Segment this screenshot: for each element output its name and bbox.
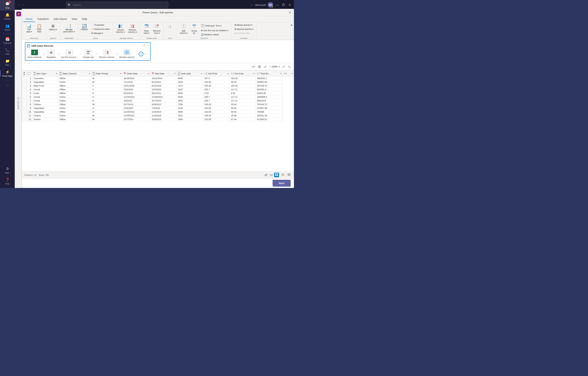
manage-parameters-button[interactable]: 📑 Manageparameters ▾	[62, 23, 76, 34]
sort-button[interactable]: ↑ ↓ A Z	[165, 23, 175, 31]
zoom-in-button[interactable]: +	[278, 65, 280, 69]
sidebar-item-calendar[interactable]: 📅 Calendar	[0, 35, 15, 46]
pq-close-button[interactable]: ✕	[287, 10, 292, 15]
close-button[interactable]: ✕	[288, 2, 292, 7]
replace-values-button[interactable]: 🔄 Replace values	[200, 33, 230, 36]
table-cell: Online	[58, 114, 91, 117]
forward-button[interactable]: ›	[21, 2, 24, 7]
item-type-filter[interactable]: ▾	[56, 73, 57, 74]
pipeline-menu-button[interactable]: ⋯	[146, 43, 150, 47]
pipeline-step-navigation[interactable]: ⊞ Navigation	[46, 49, 57, 59]
sidebar-item-chat[interactable]: 💬 1 Chat	[0, 0, 15, 10]
split-column-button[interactable]: Splitcolumn ▾	[178, 23, 189, 35]
pipeline-expand-button[interactable]: ⤢	[143, 43, 146, 47]
row-down-btn[interactable]: ▼	[23, 73, 25, 76]
tab-home[interactable]: Home	[23, 16, 35, 22]
zoom-out-button[interactable]: −	[269, 65, 271, 69]
th-ship-date: 📅 Ship Date ▾	[150, 71, 177, 76]
use-first-row-button[interactable]: ⊞ Use first row as headers ▾	[200, 29, 230, 32]
tab-transform[interactable]: Transform	[35, 16, 51, 22]
unit-cost-filter[interactable]: ▾	[253, 73, 254, 74]
sort-label-group: Sort	[169, 37, 172, 39]
enter-data-button[interactable]: 📋 Enterdata	[34, 23, 44, 34]
column-profile-button[interactable]	[264, 173, 268, 177]
pipeline-step-first-row[interactable]: ⊟ Use first row as h...	[60, 49, 79, 59]
first-row-step-icon: ⊟	[66, 50, 73, 55]
pipeline-step-change-type[interactable]: ABC123 Change type	[82, 49, 95, 59]
refresh-button[interactable]: 🔄 Refresh	[80, 23, 89, 31]
append-queries-button[interactable]: ⊞ Append queries ▾	[233, 27, 255, 31]
pipeline-step-excel[interactable]: X Excel workbook	[27, 49, 42, 59]
grid-view-button[interactable]	[274, 173, 279, 177]
extra-filter[interactable]: ▾	[291, 73, 292, 74]
restore-button[interactable]: ⧠	[281, 2, 286, 7]
remove-rows-button[interactable]: Removerows ▾	[152, 23, 162, 35]
col-name-unit-price: Unit Price	[208, 73, 217, 75]
table-row: 2VegetablesOnlineM7/11/20118/12/20113018…	[22, 80, 294, 84]
remove-columns-button[interactable]: Removecolumns ▾	[127, 23, 138, 34]
expand-grid-button[interactable]: ⤢	[282, 64, 286, 70]
tab-help[interactable]: Help	[80, 16, 90, 22]
ribbon-collapse-button[interactable]: ▲	[290, 23, 293, 26]
more-options-button[interactable]: ···	[250, 3, 253, 7]
ship-date-filter[interactable]: ▾	[174, 73, 175, 74]
sales-channel-filter[interactable]: ▾	[89, 73, 90, 74]
unit-price-filter[interactable]: ▾	[227, 73, 228, 74]
data-type-button[interactable]: ABC123 Data type: Text ▾	[200, 23, 230, 28]
table-cell: 152.58	[203, 117, 230, 121]
navigation-step-label: Navigation	[47, 56, 56, 58]
sidebar-item-help[interactable]: ❓ Help	[0, 176, 15, 187]
row-up-btn[interactable]: ▲	[23, 71, 25, 73]
pipeline-add-step[interactable]: +	[139, 52, 143, 56]
table-cell: M	[91, 114, 122, 117]
keep-rows-button[interactable]: Keeprows ▾	[142, 23, 151, 35]
sidebar-item-power-apps[interactable]: ⚡ Power Apps	[0, 68, 15, 79]
table-cell: 10/4/2010	[122, 88, 150, 92]
table-cell: 4/17/2015	[150, 99, 177, 103]
merge-queries-button[interactable]: ⊞ Merge queries ▾	[233, 23, 255, 27]
sidebar-item-activity[interactable]: 🔔 Activity	[0, 11, 15, 21]
units-sold-filter[interactable]: ▾	[201, 73, 202, 74]
tab-view[interactable]: View	[69, 16, 80, 22]
collapse-grid-button[interactable]: ⤡	[287, 64, 291, 70]
back-button[interactable]: ‹	[17, 2, 21, 7]
minimize-button[interactable]: —	[275, 2, 279, 7]
combine-files-button[interactable]: ⊞ Combine files	[233, 31, 255, 35]
col-header-units-sold: 1234 Units Sold ▾	[178, 72, 202, 76]
get-data-button[interactable]: 📊 Getdata ▾	[24, 23, 34, 34]
order-priority-filter[interactable]: ▾	[120, 73, 121, 74]
order-date-filter[interactable]: ▾	[148, 73, 149, 74]
fit-button[interactable]: ⤢	[263, 64, 267, 70]
properties-button[interactable]: 📄 Properties	[90, 23, 111, 27]
column-view-button[interactable]	[287, 173, 291, 177]
sidebar-divider	[3, 34, 11, 34]
search-input[interactable]	[66, 2, 168, 8]
table-cell: 117.11	[230, 99, 256, 103]
th-extra: 1.2 ▾	[283, 71, 294, 76]
sidebar-item-files[interactable]: 📁 Files	[0, 57, 15, 68]
table-cell: 1/19/2014	[150, 110, 177, 114]
pipeline-step-reorder[interactable]: Reorder columns	[119, 49, 135, 59]
list-view-button[interactable]	[280, 173, 285, 177]
tab-add-column[interactable]: Add column	[51, 16, 69, 22]
sidebar-more[interactable]: ···	[0, 81, 15, 89]
group-by-button[interactable]: Groupby	[189, 23, 199, 35]
next-button[interactable]: Next	[273, 180, 291, 187]
undo-button[interactable]: ↩	[252, 64, 256, 70]
pipeline-steps: X Excel workbook → ⊞ Navigation → ⊟ Use …	[27, 49, 149, 59]
manage-button[interactable]: ⚙ Manage ▾	[90, 31, 111, 35]
total-revenue-filter[interactable]: ▾	[280, 73, 281, 74]
options-button[interactable]: ⚙ Options ▾	[48, 23, 59, 31]
table-cell: C	[91, 88, 122, 92]
teams-bottom: ⚙ Apps ❓ Help	[0, 165, 15, 188]
pipeline-step-remove-columns[interactable]: Remove columns	[98, 49, 115, 59]
sidebar-item-apps[interactable]: ⚙ Apps	[0, 165, 15, 176]
choose-columns-button[interactable]: Choosecolumns ▾	[115, 23, 126, 34]
sidebar-item-teams[interactable]: 👥 Teams	[0, 22, 15, 32]
data-grid-wrapper[interactable]: ▲ ▼ abcd Item Type ▾	[22, 71, 294, 171]
svg-rect-35	[275, 173, 276, 175]
table-cell: 255.28	[203, 84, 230, 88]
sidebar-item-calls[interactable]: 📞 Calls	[0, 46, 15, 57]
settings-toolbar-button[interactable]: ⚙	[257, 64, 262, 70]
advanced-editor-button[interactable]: 📝 Advanced editor	[90, 27, 111, 31]
